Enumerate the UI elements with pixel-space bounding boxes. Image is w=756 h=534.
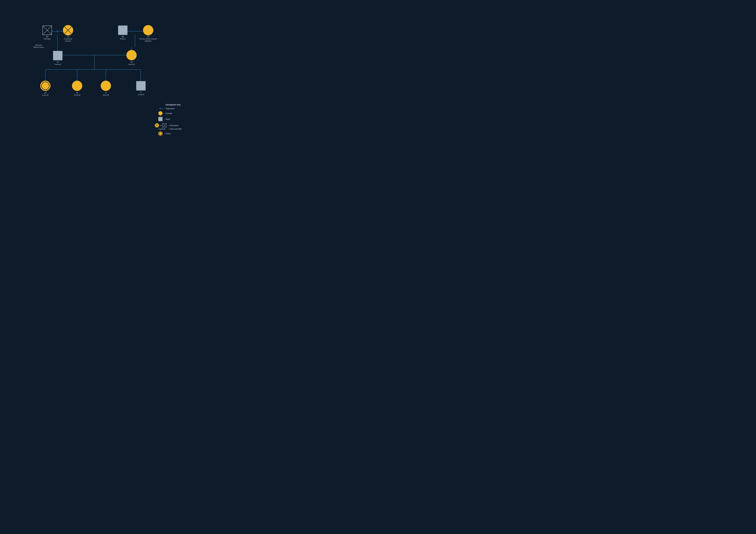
- c3-age: 8: [105, 91, 106, 94]
- pmm-note2: Diabetes: [145, 40, 151, 42]
- c4-age: 6: [140, 91, 141, 93]
- c4-note: A and W: [138, 94, 144, 95]
- key-female-label: = Female: [165, 113, 172, 114]
- key-male-shape: [158, 117, 162, 121]
- pmm-age: 70: [147, 36, 149, 38]
- c2-note: A and W: [74, 94, 80, 96]
- pgf-age: 90: [46, 36, 48, 38]
- sibling-note1: Unknown: [35, 44, 42, 46]
- c1-outer: [40, 81, 50, 91]
- pmf-note: Asthma: [120, 38, 126, 40]
- key-aw-label: = Alive and Well: [169, 128, 181, 130]
- pmm-shape: [143, 25, 153, 35]
- c3-shape: [101, 81, 111, 91]
- pgm-note1: (Colorectal: [64, 38, 72, 40]
- pmf-age: 80: [122, 36, 124, 38]
- pgm-note2: Cancer): [65, 40, 71, 42]
- key-client-label: = Client: [165, 133, 171, 135]
- c4-shape: [136, 81, 146, 90]
- c2-shape: [72, 81, 82, 91]
- key-or-text: or: [160, 124, 162, 127]
- key-female-shape: [158, 111, 162, 115]
- key-title: Genogram Key: [166, 103, 181, 106]
- pmf-shape: [118, 26, 127, 35]
- c1-note: A and W: [42, 94, 48, 96]
- key-male-label: = Male: [165, 118, 170, 120]
- c2-age: 15: [76, 91, 78, 94]
- pgf-note: (Old Age): [44, 38, 51, 40]
- key-deceased-label: = Deceased: [169, 124, 178, 127]
- mother-age: 43: [130, 61, 133, 63]
- sibling-note2: Sibling History: [33, 46, 44, 48]
- svg-rect-0: [0, 0, 197, 136]
- c1-age: 19: [44, 91, 46, 94]
- key-aw-sublabel: A and W: [158, 128, 165, 130]
- father-age: 47: [57, 61, 59, 63]
- mother-shape: [126, 50, 137, 60]
- pgm-age: 73: [67, 36, 69, 38]
- father-note: A and W: [55, 64, 61, 65]
- pmm-note1: Chronic Kidney Disease: [139, 38, 157, 40]
- mother-note: A and W: [128, 64, 135, 65]
- c3-note: A and W: [103, 94, 109, 96]
- father-shape: [53, 51, 62, 60]
- key-separated-label: = Separated: [165, 108, 175, 110]
